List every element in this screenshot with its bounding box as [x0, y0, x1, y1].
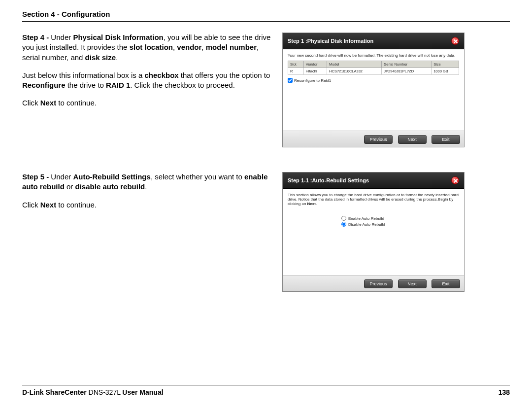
page-number: 138	[499, 388, 510, 396]
th-size: Size	[432, 61, 459, 68]
close-icon[interactable]	[451, 37, 459, 45]
panel-desc: Your new second hard drive will now be f…	[288, 53, 459, 58]
page-footer: D-Link ShareCenter DNS-327L User Manual …	[22, 385, 510, 396]
table-row: R Hitachi HCS721010CLA332 JP2940J81PL7ZD…	[288, 68, 459, 75]
step5-label: Step 5 -	[22, 172, 51, 181]
enable-auto-rebuild-radio[interactable]	[341, 216, 346, 221]
next-button[interactable]: Next	[398, 279, 427, 288]
panel-title: Step 1 :Physical Disk Information	[288, 38, 373, 44]
step4-label: Step 4 -	[22, 33, 51, 41]
close-icon[interactable]	[451, 176, 459, 184]
th-model: Model	[327, 61, 382, 68]
exit-button[interactable]: Exit	[432, 279, 460, 288]
table-header-row: Slot Vendor Model Serial Number Size	[288, 61, 459, 68]
disable-auto-rebuild-label: Disable Auto-Rebuild	[348, 222, 385, 227]
reconfigure-checkbox[interactable]	[288, 78, 293, 83]
exit-button[interactable]: Exit	[432, 135, 460, 144]
th-slot: Slot	[288, 61, 304, 68]
panel-step1-1: Step 1-1 :Auto-Rebuild Settings This sec…	[282, 172, 465, 292]
step4-row: Step 4 - Under Physical Disk Information…	[22, 33, 510, 147]
disable-auto-rebuild-radio[interactable]	[341, 222, 346, 227]
next-button[interactable]: Next	[398, 135, 427, 144]
reconfigure-label: Reconfigure to Raid1	[294, 78, 331, 83]
disk-table: Slot Vendor Model Serial Number Size R H…	[288, 61, 459, 75]
th-serial: Serial Number	[382, 61, 432, 68]
step5-text: Step 5 - Under Auto-Rebuild Settings, se…	[22, 172, 273, 292]
previous-button[interactable]: Previous	[364, 135, 393, 144]
th-vendor: Vendor	[303, 61, 327, 68]
panel-step1: Step 1 :Physical Disk Information Your n…	[282, 33, 465, 147]
enable-auto-rebuild-label: Enable Auto-Rebuild	[348, 216, 384, 221]
section-header: Section 4 - Configuration	[22, 10, 510, 22]
panel-desc: This section allows you to change the ha…	[288, 193, 459, 206]
step5-row: Step 5 - Under Auto-Rebuild Settings, se…	[22, 172, 510, 292]
step4-text: Step 4 - Under Physical Disk Information…	[22, 33, 273, 147]
panel-title: Step 1-1 :Auto-Rebuild Settings	[288, 177, 369, 183]
previous-button[interactable]: Previous	[364, 279, 393, 288]
